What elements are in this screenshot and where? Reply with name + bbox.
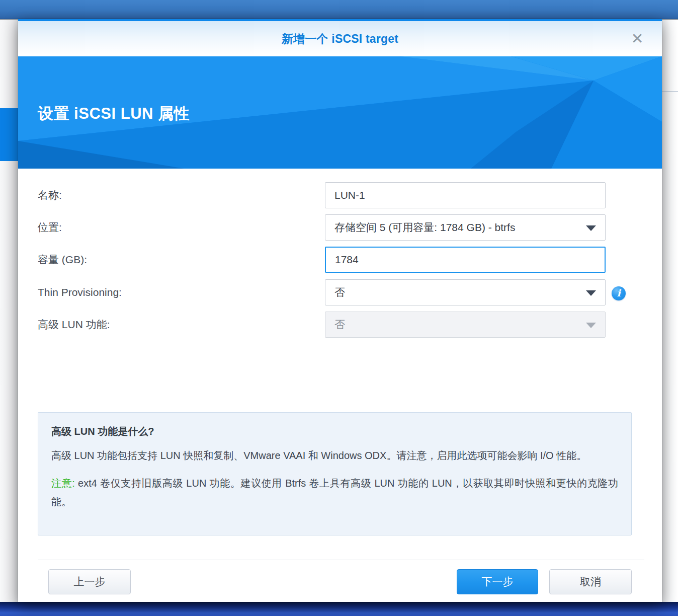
name-input[interactable] [325, 182, 606, 208]
background-left-strip [0, 20, 18, 602]
info-box-note: 注意: ext4 卷仅支持旧版高级 LUN 功能。建议使用 Btrfs 卷上具有… [51, 474, 618, 511]
thin-provisioning-label: Thin Provisioning: [38, 279, 122, 305]
iscsi-target-wizard-dialog: 新增一个 iSCSI target ✕ 设置 iSCSI LUN 属性 名称: … [18, 19, 662, 602]
next-step-button[interactable]: 下一步 [457, 569, 538, 594]
chevron-down-icon [586, 323, 596, 328]
background-right-strip [662, 20, 678, 602]
advanced-lun-info-box: 高级 LUN 功能是什么? 高级 LUN 功能包括支持 LUN 快照和复制、VM… [38, 412, 632, 535]
desktop-wallpaper-top [0, 0, 678, 19]
close-icon[interactable]: ✕ [629, 30, 646, 47]
advanced-lun-label: 高级 LUN 功能: [38, 312, 110, 338]
capacity-label: 容量 (GB): [38, 247, 87, 273]
footer-divider [38, 560, 644, 560]
name-label: 名称: [38, 182, 62, 208]
chevron-down-icon [586, 225, 596, 231]
capacity-input[interactable] [325, 247, 606, 273]
background-divider-fragment [662, 91, 678, 92]
dialog-titlebar: 新增一个 iSCSI target ✕ [18, 21, 662, 56]
note-text: ext4 卷仅支持旧版高级 LUN 功能。建议使用 Btrfs 卷上具有高级 L… [51, 478, 618, 507]
location-select-value: 存储空间 5 (可用容量: 1784 GB) - btrfs [334, 215, 579, 240]
thin-provisioning-select[interactable]: 否 [325, 279, 606, 305]
info-icon[interactable]: i [612, 286, 626, 300]
location-label: 位置: [38, 214, 62, 241]
location-select[interactable]: 存储空间 5 (可用容量: 1784 GB) - btrfs [325, 214, 606, 241]
dialog-title: 新增一个 iSCSI target [18, 21, 662, 56]
advanced-lun-select-value: 否 [334, 312, 579, 337]
info-box-body: 高级 LUN 功能包括支持 LUN 快照和复制、VMware VAAI 和 Wi… [51, 446, 618, 465]
advanced-lun-select: 否 [325, 312, 606, 338]
note-label: 注意: [51, 478, 75, 489]
info-box-title: 高级 LUN 功能是什么? [51, 425, 618, 438]
background-banner-fragment [0, 108, 18, 161]
thin-provisioning-select-value: 否 [334, 280, 579, 305]
chevron-down-icon [586, 290, 596, 296]
wizard-step-banner: 设置 iSCSI LUN 属性 [18, 56, 662, 169]
wizard-step-heading: 设置 iSCSI LUN 属性 [38, 103, 190, 124]
cancel-button[interactable]: 取消 [549, 569, 632, 594]
desktop-wallpaper-bottom [0, 602, 678, 616]
previous-step-button[interactable]: 上一步 [48, 569, 131, 594]
